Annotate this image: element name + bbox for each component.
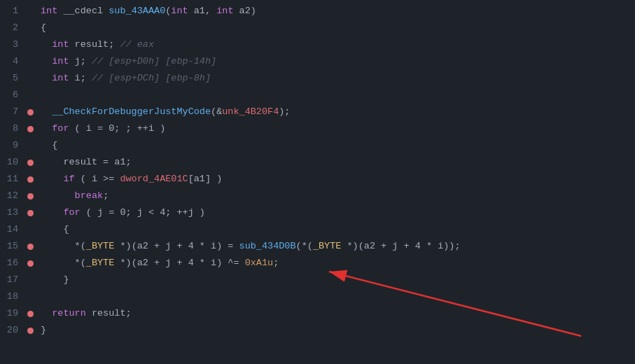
- line-number: 8: [0, 120, 25, 137]
- code-line: 1int __cdecl sub_43AAA0(int a1, int a2): [0, 3, 635, 20]
- code-text: for ( i = 0; ; ++i ): [35, 120, 165, 137]
- line-number: 16: [0, 255, 25, 272]
- line-number: 1: [0, 3, 25, 20]
- code-line: 6: [0, 87, 635, 104]
- line-number: 9: [0, 137, 25, 154]
- line-number: 7: [0, 104, 25, 120]
- breakpoint-indicator[interactable]: [25, 109, 35, 115]
- code-line: 2{: [0, 20, 635, 36]
- code-text: }: [35, 322, 46, 339]
- code-line: 17 }: [0, 272, 635, 288]
- breakpoint-indicator[interactable]: [25, 244, 35, 250]
- breakpoint-indicator[interactable]: [25, 210, 35, 216]
- code-line: 16 *(_BYTE *)(a2 + j + 4 * i) ^= 0xA1u;: [0, 255, 635, 272]
- code-text: {: [35, 137, 57, 154]
- code-view: 1int __cdecl sub_43AAA0(int a1, int a2)2…: [0, 0, 635, 342]
- line-number: 10: [0, 154, 25, 171]
- code-line: 8 for ( i = 0; ; ++i ): [0, 120, 635, 137]
- code-text: for ( j = 0; j < 4; ++j ): [35, 204, 205, 221]
- code-line: 20}: [0, 322, 635, 339]
- code-text: int i; // [esp+DCh] [ebp-8h]: [35, 70, 211, 87]
- line-number: 19: [0, 305, 25, 322]
- breakpoint-indicator[interactable]: [25, 328, 35, 334]
- code-line: 9 {: [0, 137, 635, 154]
- code-text: {: [35, 20, 46, 36]
- code-line: 10 result = a1;: [0, 154, 635, 171]
- code-text: {: [35, 221, 69, 238]
- line-number: 12: [0, 188, 25, 204]
- code-text: return result;: [35, 305, 132, 322]
- code-line: 12 break;: [0, 188, 635, 204]
- line-number: 13: [0, 204, 25, 221]
- line-number: 14: [0, 221, 25, 238]
- code-text: int result; // eax: [35, 36, 154, 53]
- code-line: 11 if ( i >= dword_4AE01C[a1] ): [0, 171, 635, 188]
- code-text: break;: [35, 188, 109, 204]
- line-number: 18: [0, 288, 25, 305]
- breakpoint-indicator[interactable]: [25, 126, 35, 132]
- code-line: 18: [0, 288, 635, 305]
- breakpoint-indicator[interactable]: [25, 160, 35, 166]
- code-line: 4 int j; // [esp+D0h] [ebp-14h]: [0, 53, 635, 70]
- code-line: 7 __CheckForDebuggerJustMyCode(&unk_4B20…: [0, 104, 635, 120]
- code-line: 5 int i; // [esp+DCh] [ebp-8h]: [0, 70, 635, 87]
- code-line: 19 return result;: [0, 305, 635, 322]
- code-line: 14 {: [0, 221, 635, 238]
- line-number: 5: [0, 70, 25, 87]
- line-number: 6: [0, 87, 25, 104]
- line-number: 4: [0, 53, 25, 70]
- code-text: *(_BYTE *)(a2 + j + 4 * i) = sub_434D0B(…: [35, 238, 461, 255]
- line-number: 2: [0, 20, 25, 36]
- breakpoint-indicator[interactable]: [25, 311, 35, 317]
- code-text: }: [35, 272, 69, 288]
- line-number: 11: [0, 171, 25, 188]
- code-text: *(_BYTE *)(a2 + j + 4 * i) ^= 0xA1u;: [35, 255, 279, 272]
- code-text: result = a1;: [35, 154, 132, 171]
- code-text: int j; // [esp+D0h] [ebp-14h]: [35, 53, 216, 70]
- breakpoint-indicator[interactable]: [25, 260, 35, 267]
- code-text: int __cdecl sub_43AAA0(int a1, int a2): [35, 3, 256, 20]
- line-number: 20: [0, 322, 25, 339]
- breakpoint-indicator[interactable]: [25, 193, 35, 200]
- code-text: __CheckForDebuggerJustMyCode(&unk_4B20F4…: [35, 104, 290, 120]
- code-text: if ( i >= dword_4AE01C[a1] ): [35, 171, 222, 188]
- code-line: 3 int result; // eax: [0, 36, 635, 53]
- code-line: 13 for ( j = 0; j < 4; ++j ): [0, 204, 635, 221]
- code-line: 15 *(_BYTE *)(a2 + j + 4 * i) = sub_434D…: [0, 238, 635, 255]
- line-number: 3: [0, 36, 25, 53]
- breakpoint-indicator[interactable]: [25, 176, 35, 183]
- line-number: 15: [0, 238, 25, 255]
- line-number: 17: [0, 272, 25, 288]
